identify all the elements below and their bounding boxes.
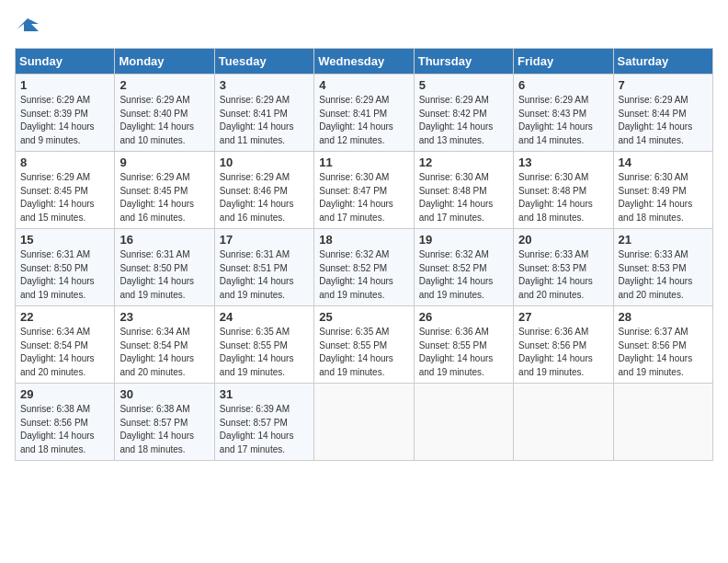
daylight-text: Daylight: 14 hours and 17 minutes.	[419, 199, 494, 223]
calendar-cell: 30 Sunrise: 6:38 AM Sunset: 8:57 PM Dayl…	[115, 384, 214, 461]
day-info: Sunrise: 6:32 AM Sunset: 8:52 PM Dayligh…	[419, 248, 508, 302]
day-number: 31	[220, 387, 309, 401]
weekday-header-thursday: Thursday	[414, 49, 513, 75]
day-info: Sunrise: 6:29 AM Sunset: 8:45 PM Dayligh…	[119, 171, 209, 224]
day-number: 10	[220, 155, 309, 169]
day-number: 7	[619, 78, 708, 92]
sunset-text: Sunset: 8:43 PM	[518, 109, 586, 119]
daylight-text: Daylight: 14 hours and 17 minutes.	[220, 431, 294, 454]
day-info: Sunrise: 6:30 AM Sunset: 8:48 PM Dayligh…	[518, 171, 608, 224]
day-number: 1	[20, 78, 109, 92]
day-info: Sunrise: 6:38 AM Sunset: 8:56 PM Dayligh…	[20, 403, 109, 456]
day-info: Sunrise: 6:36 AM Sunset: 8:56 PM Dayligh…	[518, 326, 608, 379]
daylight-text: Daylight: 14 hours and 13 minutes.	[419, 121, 494, 145]
calendar-cell: 10 Sunrise: 6:29 AM Sunset: 8:46 PM Dayl…	[214, 152, 313, 229]
sunrise-text: Sunrise: 6:29 AM	[419, 95, 489, 105]
day-info: Sunrise: 6:33 AM Sunset: 8:53 PM Dayligh…	[518, 248, 608, 302]
calendar-week-row: 22 Sunrise: 6:34 AM Sunset: 8:54 PM Dayl…	[16, 306, 713, 384]
sunrise-text: Sunrise: 6:29 AM	[619, 95, 688, 105]
day-number: 4	[319, 78, 408, 92]
daylight-text: Daylight: 14 hours and 16 minutes.	[119, 199, 194, 223]
sunrise-text: Sunrise: 6:34 AM	[20, 327, 90, 337]
day-info: Sunrise: 6:29 AM Sunset: 8:41 PM Dayligh…	[220, 94, 309, 147]
calendar-cell: 3 Sunrise: 6:29 AM Sunset: 8:41 PM Dayli…	[214, 75, 313, 152]
logo-bird-icon	[15, 15, 40, 40]
calendar-cell: 18 Sunrise: 6:32 AM Sunset: 8:52 PM Dayl…	[314, 229, 414, 306]
weekday-header-wednesday: Wednesday	[314, 49, 414, 75]
day-number: 6	[518, 78, 608, 92]
daylight-text: Daylight: 14 hours and 18 minutes.	[20, 431, 95, 454]
sunrise-text: Sunrise: 6:33 AM	[518, 249, 588, 259]
day-info: Sunrise: 6:31 AM Sunset: 8:50 PM Dayligh…	[119, 248, 209, 302]
calendar-cell: 27 Sunrise: 6:36 AM Sunset: 8:56 PM Dayl…	[514, 306, 613, 384]
sunset-text: Sunset: 8:56 PM	[518, 340, 586, 350]
calendar-cell: 8 Sunrise: 6:29 AM Sunset: 8:45 PM Dayli…	[16, 152, 115, 229]
day-number: 25	[319, 310, 408, 324]
calendar-cell: 7 Sunrise: 6:29 AM Sunset: 8:44 PM Dayli…	[613, 75, 712, 152]
sunrise-text: Sunrise: 6:29 AM	[119, 95, 189, 105]
daylight-text: Daylight: 14 hours and 20 minutes.	[619, 276, 693, 300]
daylight-text: Daylight: 14 hours and 18 minutes.	[518, 199, 593, 223]
calendar-table: SundayMondayTuesdayWednesdayThursdayFrid…	[15, 48, 713, 461]
day-number: 8	[20, 155, 109, 169]
day-info: Sunrise: 6:37 AM Sunset: 8:56 PM Dayligh…	[619, 326, 708, 379]
calendar-cell: 15 Sunrise: 6:31 AM Sunset: 8:50 PM Dayl…	[16, 229, 115, 306]
sunset-text: Sunset: 8:50 PM	[20, 263, 88, 273]
day-number: 12	[419, 155, 508, 169]
sunset-text: Sunset: 8:57 PM	[220, 418, 288, 428]
day-info: Sunrise: 6:34 AM Sunset: 8:54 PM Dayligh…	[20, 326, 109, 379]
day-info: Sunrise: 6:38 AM Sunset: 8:57 PM Dayligh…	[119, 403, 209, 456]
day-number: 28	[619, 310, 708, 324]
calendar-week-row: 15 Sunrise: 6:31 AM Sunset: 8:50 PM Dayl…	[16, 229, 713, 306]
sunrise-text: Sunrise: 6:37 AM	[619, 327, 688, 337]
sunrise-text: Sunrise: 6:29 AM	[20, 172, 90, 182]
daylight-text: Daylight: 14 hours and 18 minutes.	[119, 431, 194, 454]
day-number: 11	[319, 155, 408, 169]
sunset-text: Sunset: 8:53 PM	[518, 263, 586, 273]
sunrise-text: Sunrise: 6:31 AM	[20, 249, 90, 259]
calendar-cell: 29 Sunrise: 6:38 AM Sunset: 8:56 PM Dayl…	[16, 384, 115, 461]
sunset-text: Sunset: 8:45 PM	[20, 186, 88, 196]
calendar-cell: 25 Sunrise: 6:35 AM Sunset: 8:55 PM Dayl…	[314, 306, 414, 384]
daylight-text: Daylight: 14 hours and 19 minutes.	[619, 353, 693, 377]
daylight-text: Daylight: 14 hours and 14 minutes.	[518, 121, 593, 145]
sunset-text: Sunset: 8:52 PM	[419, 263, 487, 273]
daylight-text: Daylight: 14 hours and 12 minutes.	[319, 121, 393, 145]
sunset-text: Sunset: 8:57 PM	[119, 418, 188, 428]
sunrise-text: Sunrise: 6:31 AM	[220, 249, 290, 259]
daylight-text: Daylight: 14 hours and 20 minutes.	[119, 353, 194, 377]
sunrise-text: Sunrise: 6:29 AM	[20, 95, 90, 105]
sunrise-text: Sunrise: 6:33 AM	[619, 249, 688, 259]
day-number: 13	[518, 155, 608, 169]
sunrise-text: Sunrise: 6:30 AM	[319, 172, 389, 182]
sunset-text: Sunset: 8:51 PM	[220, 263, 288, 273]
sunset-text: Sunset: 8:53 PM	[619, 263, 687, 273]
calendar-cell: 28 Sunrise: 6:37 AM Sunset: 8:56 PM Dayl…	[613, 306, 712, 384]
calendar-cell: 1 Sunrise: 6:29 AM Sunset: 8:39 PM Dayli…	[16, 75, 115, 152]
sunrise-text: Sunrise: 6:30 AM	[419, 172, 489, 182]
calendar-cell: 26 Sunrise: 6:36 AM Sunset: 8:55 PM Dayl…	[414, 306, 513, 384]
day-number: 20	[518, 233, 608, 247]
calendar-cell: 12 Sunrise: 6:30 AM Sunset: 8:48 PM Dayl…	[414, 152, 513, 229]
sunrise-text: Sunrise: 6:29 AM	[518, 95, 588, 105]
calendar-cell	[514, 384, 613, 461]
sunrise-text: Sunrise: 6:34 AM	[119, 327, 189, 337]
day-info: Sunrise: 6:29 AM Sunset: 8:41 PM Dayligh…	[319, 94, 408, 147]
sunrise-text: Sunrise: 6:29 AM	[220, 172, 290, 182]
day-number: 19	[419, 233, 508, 247]
calendar-week-row: 1 Sunrise: 6:29 AM Sunset: 8:39 PM Dayli…	[16, 75, 713, 152]
page-header	[15, 15, 713, 40]
weekday-header-saturday: Saturday	[613, 49, 712, 75]
daylight-text: Daylight: 14 hours and 19 minutes.	[419, 353, 494, 377]
calendar-cell: 19 Sunrise: 6:32 AM Sunset: 8:52 PM Dayl…	[414, 229, 513, 306]
daylight-text: Daylight: 14 hours and 9 minutes.	[20, 121, 95, 145]
sunset-text: Sunset: 8:47 PM	[319, 186, 387, 196]
calendar-cell: 6 Sunrise: 6:29 AM Sunset: 8:43 PM Dayli…	[514, 75, 613, 152]
calendar-cell: 22 Sunrise: 6:34 AM Sunset: 8:54 PM Dayl…	[16, 306, 115, 384]
day-number: 9	[119, 155, 209, 169]
day-info: Sunrise: 6:29 AM Sunset: 8:40 PM Dayligh…	[119, 94, 209, 147]
day-info: Sunrise: 6:29 AM Sunset: 8:42 PM Dayligh…	[419, 94, 508, 147]
sunset-text: Sunset: 8:44 PM	[619, 109, 687, 119]
logo	[15, 15, 44, 40]
daylight-text: Daylight: 14 hours and 19 minutes.	[20, 276, 95, 300]
